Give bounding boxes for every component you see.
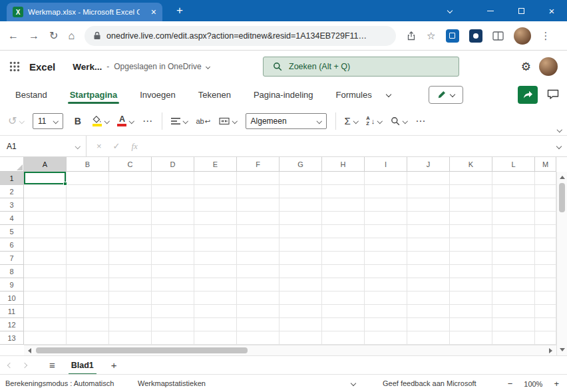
cell-E13[interactable] [194,331,237,345]
cell-A12[interactable] [24,318,67,331]
minimize-button[interactable] [475,0,506,21]
cell-E6[interactable] [194,238,237,252]
insert-function-icon[interactable]: fx [132,141,138,152]
share-button[interactable] [518,86,538,104]
cell-F13[interactable] [237,331,280,345]
name-box[interactable]: A1 [0,136,87,156]
cell-G4[interactable] [280,212,322,225]
cell-B11[interactable] [67,305,109,318]
cell-K8[interactable] [450,265,492,278]
cell-B13[interactable] [67,331,109,345]
sheet-tab-blad1[interactable]: Blad1 [65,356,100,375]
cell-A5[interactable] [24,225,67,238]
cell-B12[interactable] [67,318,109,331]
cell-D8[interactable] [152,265,194,278]
cell-A1[interactable] [24,172,67,185]
column-header-M[interactable]: M [535,157,556,172]
number-format-select[interactable]: Algemeen [246,113,327,129]
cell-H12[interactable] [322,318,365,331]
cell-L7[interactable] [492,252,535,265]
cell-C1[interactable] [109,172,152,185]
find-button[interactable] [391,116,407,126]
cell-L3[interactable] [492,198,535,212]
cell-A6[interactable] [24,238,67,252]
wrap-text-button[interactable]: ab ↩ [196,117,210,125]
cell-C6[interactable] [109,238,152,252]
cell-M4[interactable] [535,212,556,225]
cell-G8[interactable] [280,265,322,278]
cell-C9[interactable] [109,278,152,292]
cell-L8[interactable] [492,265,535,278]
scroll-up-icon[interactable] [560,176,565,179]
cell-G5[interactable] [280,225,322,238]
cell-G6[interactable] [280,238,322,252]
cell-C8[interactable] [109,265,152,278]
row-header-11[interactable]: 11 [0,305,24,318]
cell-F1[interactable] [237,172,280,185]
browser-extension-icon-2[interactable] [469,29,482,43]
refresh-icon[interactable]: ↻ [49,31,58,41]
row-header-7[interactable]: 7 [0,252,24,265]
cell-L2[interactable] [492,185,535,198]
cell-C7[interactable] [109,252,152,265]
cell-D4[interactable] [152,212,194,225]
cell-I4[interactable] [365,212,407,225]
sheet-next-icon[interactable] [22,362,27,367]
split-screen-icon[interactable] [492,31,504,41]
column-header-A[interactable]: A [24,157,67,172]
document-title[interactable]: Werk... - Opgeslagen in OneDrive [73,62,209,72]
alignment-button[interactable] [171,117,188,125]
cell-L12[interactable] [492,318,535,331]
cell-M5[interactable] [535,225,556,238]
cell-C2[interactable] [109,185,152,198]
cell-L6[interactable] [492,238,535,252]
browser-profile-avatar[interactable] [514,27,531,45]
browser-tab[interactable]: X Werkmap.xlsx - Microsoft Excel O × [7,3,162,21]
cell-G13[interactable] [280,331,322,345]
scroll-right-icon[interactable] [549,348,552,353]
cell-E2[interactable] [194,185,237,198]
cell-B5[interactable] [67,225,109,238]
cell-K10[interactable] [450,292,492,305]
cell-F12[interactable] [237,318,280,331]
cell-M2[interactable] [535,185,556,198]
cell-F10[interactable] [237,292,280,305]
cell-A13[interactable] [24,331,67,345]
cell-F7[interactable] [237,252,280,265]
address-bar[interactable]: onedrive.live.com/edit.aspx?action=editn… [85,26,396,46]
cell-G7[interactable] [280,252,322,265]
cell-J1[interactable] [407,172,450,185]
column-header-D[interactable]: D [152,157,194,172]
cell-M7[interactable] [535,252,556,265]
cell-I12[interactable] [365,318,407,331]
cell-L13[interactable] [492,331,535,345]
cell-D6[interactable] [152,238,194,252]
cell-M12[interactable] [535,318,556,331]
cell-I2[interactable] [365,185,407,198]
sort-filter-button[interactable]: AZ ↓ [366,116,381,126]
ribbon-tab-startpagina[interactable]: Startpagina [59,83,129,106]
column-header-I[interactable]: I [365,157,407,172]
cell-D2[interactable] [152,185,194,198]
cell-F3[interactable] [237,198,280,212]
cell-I7[interactable] [365,252,407,265]
row-header-3[interactable]: 3 [0,198,24,212]
cell-L1[interactable] [492,172,535,185]
maximize-button[interactable] [506,0,536,21]
cell-M13[interactable] [535,331,556,345]
cell-J9[interactable] [407,278,450,292]
cell-A9[interactable] [24,278,67,292]
ribbon-tab-formules[interactable]: Formules [325,83,383,106]
zoom-out-button[interactable]: − [508,379,513,389]
column-header-L[interactable]: L [492,157,535,172]
cell-K2[interactable] [450,185,492,198]
cell-I10[interactable] [365,292,407,305]
row-header-8[interactable]: 8 [0,265,24,278]
cell-G11[interactable] [280,305,322,318]
cell-L9[interactable] [492,278,535,292]
comments-button[interactable] [547,89,559,100]
cell-C11[interactable] [109,305,152,318]
cell-C4[interactable] [109,212,152,225]
row-header-1[interactable]: 1 [0,172,24,185]
cell-D5[interactable] [152,225,194,238]
